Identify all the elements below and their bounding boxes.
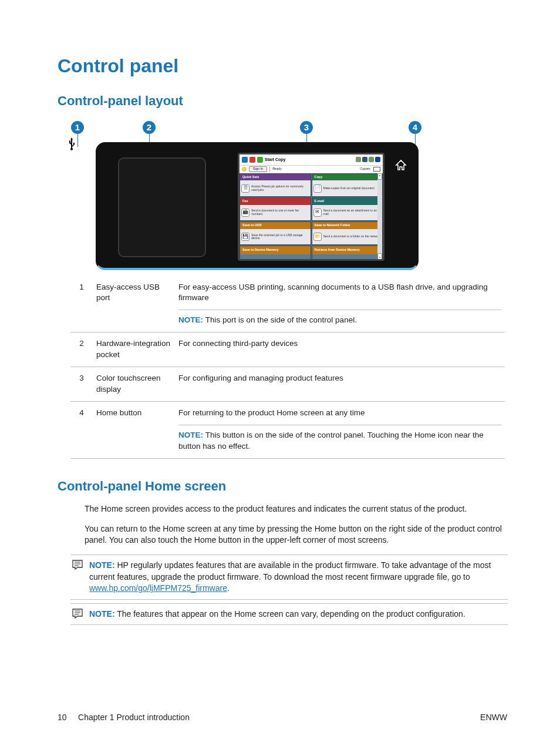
tile-title: Copy [312, 174, 383, 181]
status-badge [369, 157, 374, 162]
note-icon [72, 608, 83, 623]
paragraph: The Home screen provides access to the p… [85, 503, 507, 515]
sign-in-button[interactable]: Sign In [249, 166, 267, 172]
callout-label: Color touchscreen display [93, 367, 175, 402]
footer-right: ENWW [480, 712, 507, 724]
tile-desc: Send a document to a folder on the netwo… [323, 235, 380, 238]
tile-title: Save to USB [240, 222, 311, 229]
callout-num: 1 [70, 276, 93, 332]
callout-table: 1Easy-access USB portFor easy-access USB… [70, 276, 505, 459]
status-icon-green [257, 157, 263, 163]
table-row: 1Easy-access USB portFor easy-access USB… [70, 276, 505, 332]
callout-num: 2 [70, 332, 93, 367]
copies-field[interactable] [373, 167, 380, 172]
table-row: 4Home buttonFor returning to the product… [70, 401, 505, 458]
note-label: NOTE: [178, 315, 205, 324]
home-tile[interactable]: Retrieve from Device Memory [312, 246, 383, 260]
section-home-heading: Control-panel Home screen [58, 478, 507, 496]
home-tile[interactable]: Save to USB💾Save the scanned job to a US… [239, 221, 311, 245]
callout-1: 1 [71, 121, 84, 134]
callout-desc: For connecting third-party devices [175, 332, 505, 367]
callout-4: 4 [409, 121, 421, 134]
home-tiles: Quick Sets☰Access Preset job options for… [239, 173, 383, 260]
tile-title: Save to Network Folder [312, 222, 383, 229]
note-text: HP regularly updates features that are a… [89, 560, 491, 582]
home-button-icon[interactable] [395, 159, 407, 175]
callout-desc: For returning to the product Home screen… [175, 401, 505, 458]
home-tile[interactable]: Quick Sets☰Access Preset job options for… [239, 173, 311, 197]
note-label: NOTE: [178, 431, 205, 439]
tile-desc: Access Preset job options for commonly u… [251, 185, 309, 191]
callout-2: 2 [143, 121, 156, 134]
tile-title: Save to Device Memory [240, 246, 311, 254]
note-icon [72, 559, 83, 574]
callout-num: 4 [70, 401, 93, 458]
page-number: 10 [58, 713, 67, 722]
usb-icon [68, 137, 76, 154]
note-text: The features that appear on the Home scr… [117, 609, 465, 619]
status-icon-red [249, 157, 255, 163]
warning-icon [242, 167, 247, 172]
note-block: NOTE: HP regularly updates features that… [70, 555, 508, 600]
tile-icon: 💾 [241, 233, 249, 241]
home-tile[interactable]: Save to Device Memory [239, 246, 311, 260]
note-block: NOTE: The features that appear on the Ho… [70, 603, 508, 626]
status-badge [362, 157, 367, 162]
note-text: This button is on the side of the contro… [178, 431, 484, 451]
hardware-integration-pocket [118, 157, 206, 257]
tile-icon: 📁 [313, 233, 322, 241]
tile-icon: 📄 [313, 184, 322, 193]
tile-desc: Send a document as an attachment to an e… [323, 209, 382, 216]
topbar-title: Start Copy [265, 157, 354, 163]
chapter-label: Chapter 1 Product introduction [78, 713, 190, 722]
tile-title: Quick Sets [240, 174, 311, 181]
tile-title: Retrieve from Device Memory [312, 246, 383, 254]
copies-label: Copies: [360, 167, 371, 172]
home-tile[interactable]: E-mail✉Send a document as an attachment … [312, 197, 383, 221]
touchscreen-display: Start Copy Sign In Ready Copies: Quick S… [238, 153, 384, 261]
note-text-post: . [227, 583, 230, 593]
control-panel-bezel: Start Copy Sign In Ready Copies: Quick S… [96, 142, 419, 270]
firmware-link[interactable]: www.hp.com/go/ljMFPM725_firmware [89, 583, 227, 593]
note-text: This port is on the side of the control … [205, 315, 357, 324]
callout-label: Home button [93, 401, 175, 458]
tile-desc: Send a document to one or more fax numbe… [251, 209, 309, 216]
page-title: Control panel [58, 53, 507, 79]
section-layout-heading: Control-panel layout [58, 92, 507, 110]
control-panel-diagram: 1 2 3 4 Start Copy Sign In [84, 121, 427, 270]
callout-num: 3 [70, 367, 93, 402]
note-label: NOTE: [89, 560, 115, 570]
tile-desc: Make copies from an original document [323, 187, 375, 190]
status-badge [375, 157, 380, 162]
callout-label: Hardware-integration pocket [93, 332, 175, 367]
table-row: 3Color touchscreen displayFor configurin… [70, 367, 505, 402]
tile-icon: ✉ [313, 209, 322, 217]
tile-icon: 📠 [241, 209, 249, 217]
callout-desc: For configuring and managing product fea… [175, 367, 505, 402]
scrollbar[interactable]: ⌃⌄ [377, 173, 382, 260]
table-row: 2Hardware-integration pocketFor connecti… [70, 332, 505, 367]
status-badge [356, 157, 361, 162]
callout-label: Easy-access USB port [93, 276, 175, 332]
status-text: Ready [272, 167, 282, 172]
tile-title: Fax [240, 198, 311, 205]
paragraph: You can return to the Home screen at any… [85, 523, 507, 546]
page-footer: 10 Chapter 1 Product introduction ENWW [58, 712, 507, 724]
hp-icon [242, 157, 248, 163]
tile-icon: ☰ [241, 184, 249, 193]
callout-3: 3 [300, 121, 313, 134]
tile-desc: Save the scanned job to a USB storage de… [251, 234, 309, 240]
home-tile[interactable]: Copy📄Make copies from an original docume… [312, 173, 383, 197]
callout-desc: For easy-access USB printing, scanning d… [175, 276, 505, 332]
tile-title: E-mail [312, 198, 383, 205]
home-tile[interactable]: Fax📠Send a document to one or more fax n… [239, 197, 311, 221]
home-tile[interactable]: Save to Network Folder📁Send a document t… [312, 221, 383, 245]
note-label: NOTE: [89, 609, 115, 619]
